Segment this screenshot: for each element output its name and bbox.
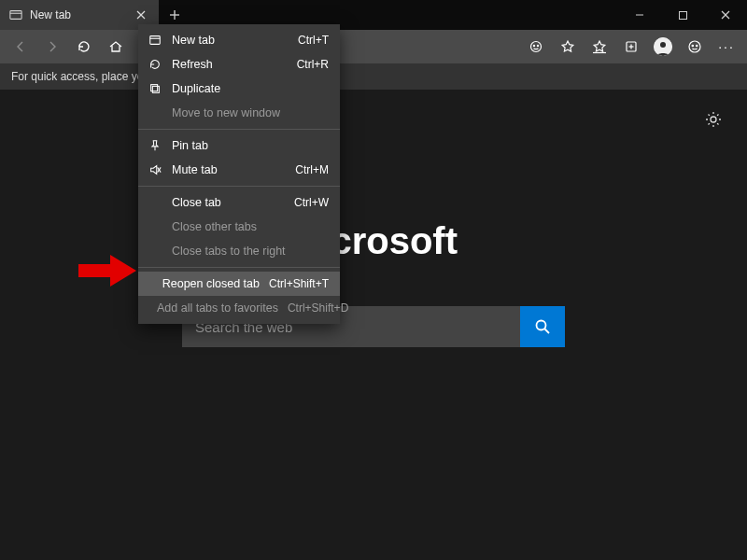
menu-item-reopen-closed-tab[interactable]: Reopen closed tabCtrl+Shift+T xyxy=(138,272,340,296)
svg-point-23 xyxy=(537,321,546,330)
menu-item-shortcut: Ctrl+T xyxy=(298,34,329,47)
menu-separator xyxy=(138,186,340,187)
blank-icon xyxy=(148,105,162,120)
window-controls xyxy=(618,0,747,30)
svg-line-24 xyxy=(545,329,550,334)
menu-item-close-tab[interactable]: Close tabCtrl+W xyxy=(138,190,340,215)
menu-item-label: Duplicate xyxy=(172,82,319,95)
menu-item-label: Mute tab xyxy=(172,163,286,176)
pin-icon xyxy=(148,138,162,153)
browser-tab[interactable]: New tab xyxy=(0,0,159,30)
menu-item-shortcut: Ctrl+R xyxy=(297,58,329,71)
page-settings-button[interactable] xyxy=(704,110,723,129)
new-tab-page: Microsoft xyxy=(0,90,747,560)
blank-icon xyxy=(148,276,153,291)
menu-item-move-to-new-window: Move to new window xyxy=(138,101,340,125)
feedback-button[interactable] xyxy=(680,32,710,62)
duplicate-icon xyxy=(148,81,162,96)
menu-item-pin-tab[interactable]: Pin tab xyxy=(138,133,340,158)
tab-context-menu: New tabCtrl+TRefreshCtrl+RDuplicateMove … xyxy=(138,24,340,324)
svg-point-12 xyxy=(537,45,538,46)
tab-title: New tab xyxy=(30,8,71,21)
menu-item-shortcut: Ctrl+Shift+T xyxy=(269,277,329,290)
favorites-button[interactable] xyxy=(585,32,614,62)
svg-point-22 xyxy=(711,117,716,122)
menu-item-new-tab[interactable]: New tabCtrl+T xyxy=(138,28,340,52)
menu-item-label: Close tabs to the right xyxy=(172,245,319,258)
menu-item-duplicate[interactable]: Duplicate xyxy=(138,77,340,101)
menu-item-label: Add all tabs to favorites xyxy=(157,301,278,315)
tab-close-button[interactable] xyxy=(133,8,149,21)
menu-item-close-other-tabs: Close other tabs xyxy=(138,215,340,239)
menu-item-add-all-tabs-to-favorites: Add all tabs to favoritesCtrl+Shift+D xyxy=(138,296,340,320)
svg-point-10 xyxy=(531,42,542,52)
window-close-button[interactable] xyxy=(704,0,747,30)
avatar-icon xyxy=(654,37,672,56)
mute-icon xyxy=(148,162,162,177)
tab-page-icon xyxy=(9,8,22,21)
add-favorite-button[interactable] xyxy=(553,32,583,62)
svg-rect-25 xyxy=(150,36,161,45)
svg-rect-28 xyxy=(152,86,159,92)
forward-button[interactable] xyxy=(37,32,67,62)
more-button[interactable]: ··· xyxy=(712,32,741,62)
svg-rect-0 xyxy=(10,11,21,20)
menu-item-shortcut: Ctrl+M xyxy=(295,163,329,176)
menu-item-label: Close tab xyxy=(172,196,285,209)
svg-marker-32 xyxy=(78,255,136,287)
menu-item-mute-tab[interactable]: Mute tabCtrl+M xyxy=(138,158,340,182)
refresh-button[interactable] xyxy=(69,32,99,62)
profile-button[interactable] xyxy=(648,32,678,62)
svg-rect-27 xyxy=(151,85,158,91)
blank-icon xyxy=(148,244,162,259)
back-button[interactable] xyxy=(6,32,35,62)
svg-point-21 xyxy=(697,45,698,46)
window-minimize-button[interactable] xyxy=(618,0,661,30)
svg-point-18 xyxy=(660,42,666,48)
annotation-arrow xyxy=(78,255,136,287)
menu-item-label: Pin tab xyxy=(172,139,319,152)
menu-item-label: Refresh xyxy=(172,58,288,71)
search-button[interactable] xyxy=(520,306,565,347)
more-icon: ··· xyxy=(718,39,735,54)
menu-item-shortcut: Ctrl+Shift+D xyxy=(288,301,348,315)
menu-item-label: Move to new window xyxy=(172,106,319,119)
title-bar: New tab xyxy=(0,0,747,30)
svg-rect-7 xyxy=(679,11,686,19)
tracking-prevention-icon[interactable] xyxy=(521,32,551,62)
menu-item-label: New tab xyxy=(172,34,289,47)
collections-button[interactable] xyxy=(616,32,646,62)
menu-item-shortcut: Ctrl+W xyxy=(294,196,329,209)
refresh-icon xyxy=(148,57,162,72)
window-maximize-button[interactable] xyxy=(661,0,704,30)
menu-item-label: Close other tabs xyxy=(172,220,319,233)
home-button[interactable] xyxy=(101,32,131,62)
window-new-icon xyxy=(148,33,162,48)
bookmarks-bar: For quick access, place your fav xyxy=(0,63,747,90)
menu-separator xyxy=(138,129,340,130)
menu-item-close-tabs-to-the-right: Close tabs to the right xyxy=(138,239,340,263)
svg-point-19 xyxy=(689,41,700,52)
blank-icon xyxy=(148,219,162,234)
menu-item-refresh[interactable]: RefreshCtrl+R xyxy=(138,52,340,77)
menu-item-label: Reopen closed tab xyxy=(162,277,260,290)
svg-point-11 xyxy=(533,45,534,46)
navigation-toolbar: ··· xyxy=(0,30,747,63)
blank-icon xyxy=(148,195,162,210)
svg-point-20 xyxy=(692,45,693,46)
menu-separator xyxy=(138,267,340,268)
